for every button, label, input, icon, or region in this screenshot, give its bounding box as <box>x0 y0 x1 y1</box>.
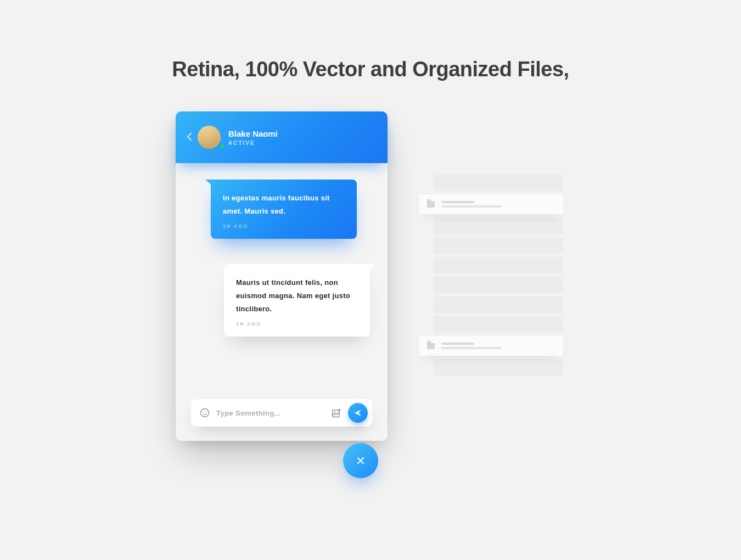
back-button[interactable] <box>187 131 198 143</box>
compose-input[interactable]: Type Something... <box>216 409 325 417</box>
compose-bar: Type Something... <box>191 399 372 427</box>
avatar[interactable] <box>198 126 221 149</box>
status-dot-icon <box>220 143 226 149</box>
wireframe-row <box>434 237 563 254</box>
folder-icon <box>427 201 435 208</box>
message-time: 1H AGO <box>223 223 345 229</box>
wireframe-row <box>434 277 563 293</box>
wireframe-panel <box>434 175 563 379</box>
message-time: 1H AGO <box>236 321 358 327</box>
wireframe-row <box>434 296 563 313</box>
message-text: In egestas mauris faucibus sit amet. Mau… <box>223 192 345 218</box>
send-button[interactable] <box>348 403 368 423</box>
chat-window: Blake Naomi ACTIVE In egestas mauris fau… <box>176 111 388 441</box>
user-status: ACTIVE <box>228 140 278 146</box>
wireframe-section-header <box>419 336 563 356</box>
message-list: In egestas mauris faucibus sit amet. Mau… <box>176 163 388 337</box>
wireframe-row <box>434 257 563 273</box>
wireframe-row <box>434 217 563 234</box>
svg-point-4 <box>334 412 335 413</box>
user-name: Blake Naomi <box>228 129 278 138</box>
folder-icon <box>427 343 435 349</box>
headline: Retina, 100% Vector and Organized Files, <box>0 58 741 81</box>
message-bubble-incoming: In egestas mauris faucibus sit amet. Mau… <box>211 180 357 239</box>
chat-header: Blake Naomi ACTIVE <box>176 111 388 163</box>
emoji-icon[interactable] <box>199 407 211 419</box>
wireframe-row <box>434 359 563 376</box>
message-bubble-outgoing: Mauris ut tincidunt felis, non euismod m… <box>224 264 370 337</box>
svg-point-0 <box>201 409 209 417</box>
svg-point-2 <box>206 412 207 413</box>
wireframe-section-header <box>419 194 563 214</box>
wireframe-row <box>434 316 563 333</box>
svg-point-1 <box>203 412 204 413</box>
message-text: Mauris ut tincidunt felis, non euismod m… <box>236 276 358 316</box>
wireframe-row <box>434 175 563 191</box>
close-button[interactable] <box>343 443 378 478</box>
image-add-icon[interactable] <box>330 407 343 419</box>
